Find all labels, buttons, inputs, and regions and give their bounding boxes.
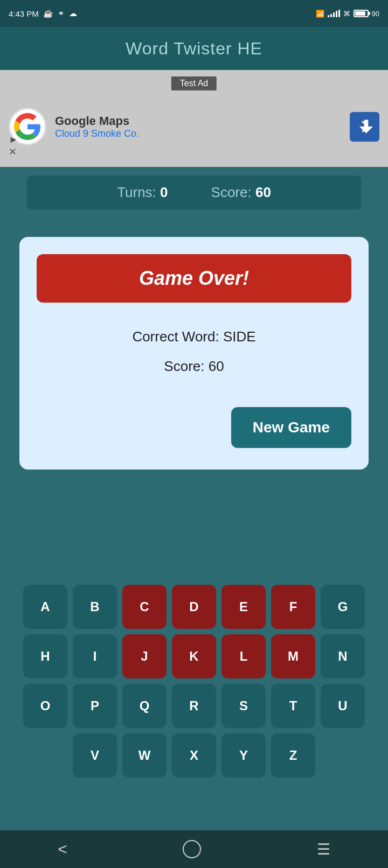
time-display: 4:43 PM <box>9 9 39 18</box>
game-over-modal: Game Over! Correct Word: SIDE Score: 60 … <box>19 237 369 470</box>
app-title: Word Twister HE <box>126 39 262 59</box>
ad-company-name: Google Maps <box>55 114 341 128</box>
key-a[interactable]: A <box>23 585 67 629</box>
score-display: Score: 60 <box>211 184 271 201</box>
wifi-icon: ⌘ <box>343 10 350 18</box>
ad-subtitle: Cloud 9 Smoke Co. <box>55 128 341 139</box>
score-bar: Turns: 0 Score: 60 <box>27 176 361 209</box>
battery-percent: 90 <box>372 10 379 18</box>
key-o[interactable]: O <box>23 684 67 728</box>
vibrate-icon: 📶 <box>316 10 324 18</box>
keyboard-row: ABCDEFG <box>4 585 384 629</box>
signal-icon <box>328 10 340 17</box>
key-l[interactable]: L <box>221 634 266 678</box>
key-x[interactable]: X <box>172 733 216 778</box>
key-i[interactable]: I <box>73 634 117 678</box>
key-r[interactable]: R <box>172 684 216 728</box>
key-f[interactable]: F <box>271 585 315 629</box>
key-d[interactable]: D <box>172 585 216 629</box>
bottom-nav: < ☰ <box>0 830 388 868</box>
turns-display: Turns: 0 <box>117 184 168 201</box>
ad-arrow-icon[interactable] <box>350 112 379 142</box>
menu-button[interactable]: ☰ <box>317 841 330 858</box>
key-t[interactable]: T <box>271 684 315 728</box>
battery-icon <box>354 10 369 17</box>
whatsapp-icon: ☕ <box>43 9 53 18</box>
cloud-icon: ☁ <box>69 9 77 18</box>
key-w[interactable]: W <box>122 733 167 778</box>
ad-close-icons[interactable]: ► ✕ <box>9 134 18 158</box>
status-bar-right: 📶 ⌘ 90 <box>316 10 379 18</box>
key-z[interactable]: Z <box>271 733 315 778</box>
key-h[interactable]: H <box>23 634 67 678</box>
app-header: Word Twister HE <box>0 27 388 70</box>
key-n[interactable]: N <box>321 634 365 678</box>
key-v[interactable]: V <box>73 733 117 778</box>
modal-score-display: Score: 60 <box>37 358 351 375</box>
key-m[interactable]: M <box>271 634 315 678</box>
ad-play-icon[interactable]: ► <box>9 134 18 146</box>
key-c[interactable]: C <box>122 585 167 629</box>
home-button[interactable] <box>183 840 201 858</box>
ad-text-block: Google Maps Cloud 9 Smoke Co. <box>55 114 341 139</box>
key-g[interactable]: G <box>321 585 365 629</box>
key-q[interactable]: Q <box>122 684 167 728</box>
key-y[interactable]: Y <box>221 733 266 778</box>
key-p[interactable]: P <box>73 684 117 728</box>
new-game-button[interactable]: New Game <box>231 407 351 448</box>
key-e[interactable]: E <box>221 585 266 629</box>
key-u[interactable]: U <box>321 684 365 728</box>
ad-label: Test Ad <box>171 76 217 90</box>
ad-banner[interactable]: Test Ad Google Maps Cloud 9 Smoke Co. ► … <box>0 70 388 167</box>
status-bar-left: 4:43 PM ☕ ⚭ ☁ <box>9 9 77 18</box>
keyboard-row: VWXYZ <box>4 733 384 778</box>
key-b[interactable]: B <box>73 585 117 629</box>
game-over-title: Game Over! <box>139 267 249 289</box>
keyboard-row: HIJKLMN <box>4 634 384 678</box>
keyboard: ABCDEFGHIJKLMNOPQRSTUVWXYZ <box>0 576 388 792</box>
usb-icon: ⚭ <box>58 9 65 18</box>
correct-word-display: Correct Word: SIDE <box>37 328 351 345</box>
back-button[interactable]: < <box>58 840 67 858</box>
status-bar: 4:43 PM ☕ ⚭ ☁ 📶 ⌘ 90 <box>0 0 388 27</box>
game-over-banner: Game Over! <box>37 254 351 303</box>
keyboard-row: OPQRSTU <box>4 684 384 728</box>
key-s[interactable]: S <box>221 684 266 728</box>
key-j[interactable]: J <box>122 634 167 678</box>
key-k[interactable]: K <box>172 634 216 678</box>
ad-close-icon[interactable]: ✕ <box>9 146 18 158</box>
